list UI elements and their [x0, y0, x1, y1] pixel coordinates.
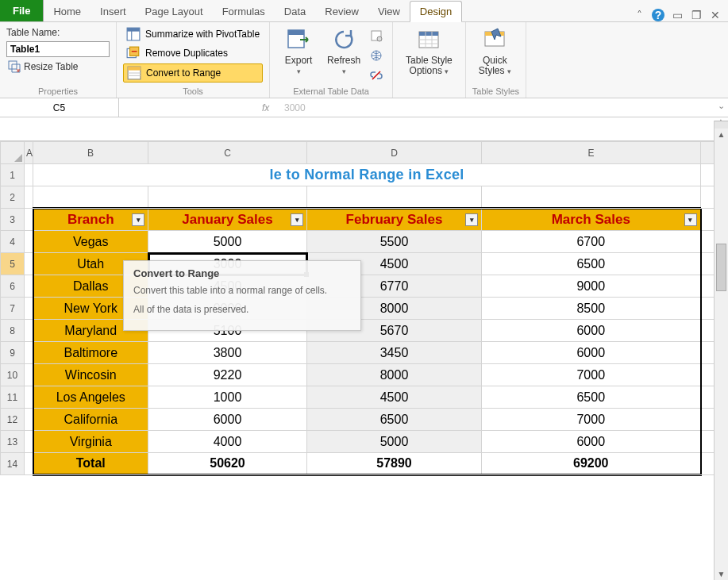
- cell-branch[interactable]: California: [33, 409, 148, 431]
- remove-duplicates-button[interactable]: Remove Duplicates: [123, 44, 263, 62]
- cell-value[interactable]: 3800: [148, 342, 307, 364]
- tab-home[interactable]: Home: [44, 2, 91, 21]
- fx-icon[interactable]: fx: [262, 102, 269, 113]
- cell-value[interactable]: 7000: [482, 409, 701, 431]
- ribbon-minimize-icon[interactable]: ˄: [633, 9, 645, 21]
- tso-line2: Options: [410, 65, 442, 76]
- row-head-2[interactable]: 2: [1, 186, 25, 209]
- filter-dropdown-icon[interactable]: ▾: [291, 213, 303, 226]
- scroll-thumb[interactable]: [716, 244, 726, 291]
- tab-page-layout[interactable]: Page Layout: [136, 2, 213, 21]
- resize-table-button[interactable]: Resize Table: [6, 59, 110, 75]
- formula-value[interactable]: 3000: [284, 102, 306, 113]
- table-name-input[interactable]: [6, 41, 110, 57]
- tab-review[interactable]: Review: [315, 2, 368, 21]
- page-title: le to Normal Range in Excel: [269, 167, 464, 182]
- row-head-6[interactable]: 6: [1, 275, 25, 298]
- select-all-corner[interactable]: [1, 142, 25, 164]
- col-head-c[interactable]: C: [148, 142, 307, 164]
- split-handle[interactable]: [715, 121, 728, 129]
- header-march[interactable]: March Sales▾: [482, 209, 701, 231]
- cell-value[interactable]: 6500: [482, 386, 701, 409]
- tab-formulas[interactable]: Formulas: [213, 2, 275, 21]
- quick-styles-button[interactable]: QuickStyles ▾: [472, 25, 518, 85]
- cell-value[interactable]: 8500: [482, 298, 701, 320]
- filter-dropdown-icon[interactable]: ▾: [684, 213, 697, 226]
- col-head-a[interactable]: A: [25, 142, 33, 164]
- group-table-style-options: Table StyleOptions ▾: [393, 22, 466, 98]
- cell-value[interactable]: 9000: [482, 275, 701, 298]
- row-head-1[interactable]: 1: [1, 164, 25, 186]
- cell-value[interactable]: 7000: [482, 364, 701, 386]
- vertical-scrollbar[interactable]: ▲ ▼: [714, 121, 728, 476]
- tab-design[interactable]: Design: [410, 1, 462, 22]
- cell-branch[interactable]: Baltimore: [33, 342, 148, 364]
- row-head-14[interactable]: 14: [1, 453, 25, 475]
- table-style-options-button[interactable]: Table StyleOptions ▾: [399, 25, 459, 94]
- row-head-4[interactable]: 4: [1, 231, 25, 253]
- col-head-e[interactable]: E: [482, 142, 701, 164]
- header-january[interactable]: January Sales▾: [148, 209, 307, 231]
- name-box[interactable]: C5: [0, 98, 119, 117]
- row-head-9[interactable]: 9: [1, 342, 25, 364]
- refresh-button[interactable]: Refresh▾: [321, 25, 367, 85]
- cell-value[interactable]: 5500: [307, 231, 482, 253]
- cell-branch[interactable]: Wincosin: [33, 364, 148, 386]
- convert-to-range-button[interactable]: Convert to Range: [123, 63, 263, 83]
- cell-value[interactable]: 6500: [482, 253, 701, 275]
- tab-view[interactable]: View: [368, 2, 410, 21]
- cell-branch[interactable]: Virginia: [33, 431, 148, 453]
- filter-dropdown-icon[interactable]: ▾: [132, 213, 144, 226]
- header-february[interactable]: February Sales▾: [307, 209, 482, 231]
- tab-insert[interactable]: Insert: [91, 2, 136, 21]
- cell-value[interactable]: 6500: [307, 409, 482, 431]
- cell-total[interactable]: 57890: [307, 453, 482, 475]
- cell-value[interactable]: 1000: [148, 386, 307, 409]
- cell-total[interactable]: 69200: [482, 453, 701, 475]
- scroll-track[interactable]: [715, 140, 728, 476]
- dropdown-icon: ▾: [342, 67, 346, 75]
- window-close-icon[interactable]: ✕: [709, 9, 722, 21]
- row-head-13[interactable]: 13: [1, 431, 25, 453]
- cell-value[interactable]: 4000: [148, 431, 307, 453]
- cell-value[interactable]: 6000: [482, 342, 701, 364]
- tab-file[interactable]: File: [0, 0, 44, 21]
- header-branch[interactable]: Branch▾: [33, 209, 148, 231]
- cell-value[interactable]: 5000: [307, 431, 482, 453]
- cell-total-label[interactable]: Total: [33, 453, 148, 475]
- cell-total[interactable]: 50620: [148, 453, 307, 475]
- window-minimize-icon[interactable]: ▭: [671, 9, 684, 21]
- row-head-3[interactable]: 3: [1, 209, 25, 231]
- scroll-up-icon[interactable]: ▲: [718, 129, 726, 140]
- row-head-12[interactable]: 12: [1, 409, 25, 431]
- cell-value[interactable]: 6000: [148, 409, 307, 431]
- window-restore-icon[interactable]: ❐: [690, 9, 703, 21]
- help-icon[interactable]: ?: [652, 9, 664, 21]
- row-head-5[interactable]: 5: [1, 253, 25, 275]
- tab-data[interactable]: Data: [275, 2, 315, 21]
- row-head-8[interactable]: 8: [1, 320, 25, 342]
- cell-value[interactable]: 3450: [307, 342, 482, 364]
- properties-icon[interactable]: [370, 29, 383, 44]
- filter-dropdown-icon[interactable]: ▾: [465, 213, 478, 226]
- cell-branch[interactable]: Vegas: [33, 231, 148, 253]
- cell-branch[interactable]: Los Angeles: [33, 386, 148, 409]
- cell-value[interactable]: 5000: [148, 231, 307, 253]
- cell-value[interactable]: 9220: [148, 364, 307, 386]
- col-head-d[interactable]: D: [307, 142, 482, 164]
- col-head-b[interactable]: B: [33, 142, 148, 164]
- cell-value[interactable]: 8000: [307, 364, 482, 386]
- group-table-styles-title: Table Styles: [472, 85, 519, 96]
- row-head-10[interactable]: 10: [1, 364, 25, 386]
- cell-value[interactable]: 6000: [482, 431, 701, 453]
- open-in-browser-icon[interactable]: [370, 49, 383, 64]
- cell-value[interactable]: 4500: [307, 386, 482, 409]
- summarize-pivottable-button[interactable]: Summarize with PivotTable: [123, 25, 263, 43]
- row-head-7[interactable]: 7: [1, 298, 25, 320]
- row-head-11[interactable]: 11: [1, 386, 25, 409]
- unlink-icon[interactable]: [370, 69, 383, 84]
- export-button[interactable]: Export▾: [276, 25, 321, 85]
- cell-value[interactable]: 6000: [482, 320, 701, 342]
- formula-expand-icon[interactable]: ⌄: [718, 101, 725, 111]
- cell-value[interactable]: 6700: [482, 231, 701, 253]
